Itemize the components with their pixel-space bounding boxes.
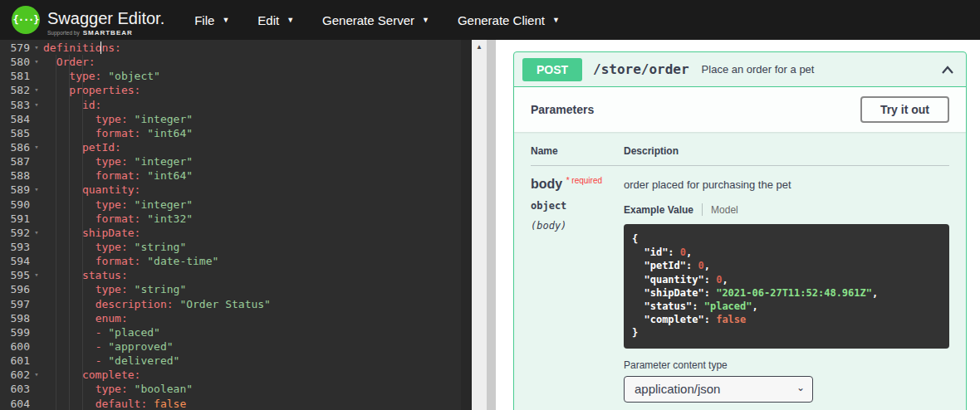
code-text: Order: xyxy=(43,55,96,69)
line-number: 600 xyxy=(0,339,30,354)
editor-line: 600 - "approved" xyxy=(0,339,472,354)
editor-scrollbar-area[interactable] xyxy=(461,40,472,410)
code-text: status: xyxy=(43,268,128,282)
operation-summary[interactable]: POST /store/order Place an order for a p… xyxy=(514,52,966,87)
model-tabs: Example Value Model xyxy=(624,203,949,216)
menu-file[interactable]: File▼ xyxy=(194,13,229,27)
fold-spacer xyxy=(30,311,43,325)
fold-arrow-icon[interactable]: ▾ xyxy=(30,55,43,69)
editor-line: 595▾ status: xyxy=(0,268,472,282)
editor-line: 596 type: "string" xyxy=(0,282,472,296)
supported-by-label: Supported by xyxy=(47,30,80,36)
parameters-section-header: Parameters Try it out xyxy=(514,87,966,132)
editor-line: 587 type: "integer" xyxy=(0,154,472,168)
editor-line: 586▾ petId: xyxy=(0,140,472,154)
tab-model[interactable]: Model xyxy=(711,204,738,216)
editor-line: 590 type: "integer" xyxy=(0,198,472,212)
menu-generate-client[interactable]: Generate Client▼ xyxy=(458,13,560,27)
example-json-line: "complete": false xyxy=(632,313,941,326)
code-text: properties: xyxy=(43,83,140,97)
fold-spacer xyxy=(30,254,43,268)
pane-splitter[interactable] xyxy=(487,40,496,410)
menu-generate-server[interactable]: Generate Server▼ xyxy=(322,13,429,27)
editor-line: 585 format: "int64" xyxy=(0,126,472,140)
line-number: 594 xyxy=(0,254,30,268)
line-number: 595 xyxy=(0,268,30,282)
example-json-line: "quantity": 0, xyxy=(632,273,941,286)
fold-spacer xyxy=(30,154,43,168)
editor-line: 598 enum: xyxy=(0,311,472,325)
try-it-out-button[interactable]: Try it out xyxy=(860,96,949,123)
param-description: order placed for purchasing the pet xyxy=(624,178,949,191)
param-in: (body) xyxy=(531,220,624,232)
swagger-logo: {···} Swagger Editor. Supported by SMART… xyxy=(12,4,164,37)
line-number: 584 xyxy=(0,112,30,126)
tab-example-value[interactable]: Example Value xyxy=(624,204,693,216)
operation-description: Place an order for a pet xyxy=(702,63,938,76)
required-badge: * required xyxy=(566,176,602,185)
editor-line: 581 type: "object" xyxy=(0,69,472,83)
line-number: 598 xyxy=(0,311,30,325)
editor-pane[interactable]: 579▾definitions:580▾ Order:581 type: "ob… xyxy=(0,40,472,410)
code-text: enum: xyxy=(43,311,128,325)
topbar: {···} Swagger Editor. Supported by SMART… xyxy=(0,0,980,40)
tab-divider xyxy=(702,203,703,216)
fold-spacer xyxy=(30,240,43,254)
editor-line: 601 - "delivered" xyxy=(0,354,472,368)
line-number: 589 xyxy=(0,183,30,197)
fold-arrow-icon[interactable]: ▾ xyxy=(30,41,43,55)
line-number: 581 xyxy=(0,69,30,83)
fold-spacer xyxy=(30,397,43,410)
fold-arrow-icon[interactable]: ▾ xyxy=(30,140,43,154)
fold-arrow-icon[interactable]: ▾ xyxy=(30,368,43,382)
editor-line: 602▾ complete: xyxy=(0,368,472,382)
line-number: 586 xyxy=(0,140,30,154)
code-text: - "placed" xyxy=(43,325,160,339)
line-number: 599 xyxy=(0,325,30,339)
method-badge: POST xyxy=(522,58,582,81)
code-text: type: "boolean" xyxy=(43,382,193,396)
example-value-block: { "id": 0, "petId": 0, "quantity": 0, "s… xyxy=(624,224,949,349)
line-number: 602 xyxy=(0,368,30,382)
opblock-post-store-order: POST /store/order Place an order for a p… xyxy=(513,51,967,410)
code-text: type: "integer" xyxy=(43,198,193,212)
menu-caret-icon: ▼ xyxy=(422,16,429,24)
fold-arrow-icon[interactable]: ▾ xyxy=(30,268,43,282)
param-name: body * required xyxy=(531,176,624,192)
editor-line: 582▾ properties: xyxy=(0,83,472,97)
code-text: shipDate: xyxy=(43,226,140,240)
content-type-select[interactable]: application/json xyxy=(624,376,813,403)
fold-arrow-icon[interactable]: ▾ xyxy=(30,83,43,97)
code-text: type: "string" xyxy=(43,240,186,254)
parameters-title: Parameters xyxy=(531,103,594,116)
fold-arrow-icon[interactable]: ▾ xyxy=(30,98,43,112)
example-json-line: "petId": 0, xyxy=(632,259,941,272)
collapse-chevron-icon[interactable] xyxy=(938,61,958,78)
line-number: 588 xyxy=(0,168,30,183)
menu-caret-icon: ▼ xyxy=(287,16,294,24)
menu-caret-icon: ▼ xyxy=(222,16,229,24)
scroll-up-arrow-icon[interactable]: ▲ xyxy=(472,43,487,51)
editor-line: 583▾ id: xyxy=(0,98,472,112)
menu-edit[interactable]: Edit▼ xyxy=(257,13,294,27)
line-number: 604 xyxy=(0,397,30,410)
example-json-line: "status": "placed", xyxy=(632,300,941,313)
fold-spacer xyxy=(30,382,43,396)
editor-line: 597 description: "Order Status" xyxy=(0,297,472,311)
line-number: 591 xyxy=(0,212,30,226)
code-text: default: false xyxy=(43,397,186,410)
code-text: type: "integer" xyxy=(43,112,193,126)
code-text: petId: xyxy=(43,140,121,154)
param-description-cell: order placed for purchasing the pet Exam… xyxy=(624,176,949,403)
editor-line: 591 format: "int32" xyxy=(0,212,472,226)
vertical-scrollbar[interactable]: ▲ xyxy=(472,40,487,410)
editor-line: 592▾ shipDate: xyxy=(0,226,472,240)
fold-spacer xyxy=(30,325,43,339)
description-column-header: Description xyxy=(624,145,949,157)
fold-arrow-icon[interactable]: ▾ xyxy=(30,226,43,240)
fold-arrow-icon[interactable]: ▾ xyxy=(30,183,43,197)
fold-spacer xyxy=(30,198,43,212)
line-number: 597 xyxy=(0,297,30,311)
smartbear-brand: SMARTBEAR xyxy=(83,29,133,37)
code-text: - "delivered" xyxy=(43,354,179,368)
